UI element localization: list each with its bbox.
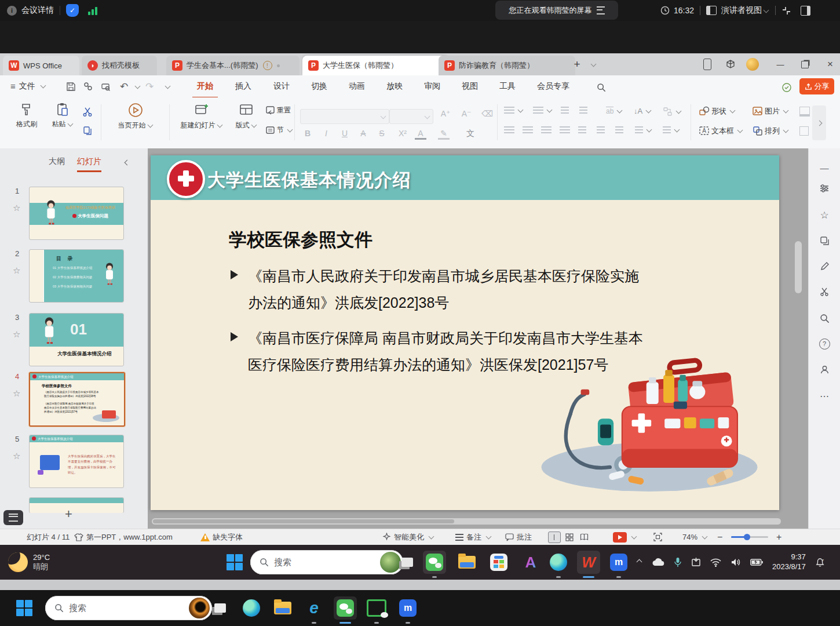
notification-bell-icon[interactable]: z [815, 558, 825, 567]
menu-member[interactable]: 会员专享 [532, 75, 574, 97]
textbox-button[interactable]: A 文本框 [699, 125, 743, 136]
font-size-combobox[interactable] [389, 109, 433, 124]
undo-icon[interactable]: ↶ [117, 79, 131, 93]
reading-view-button[interactable] [578, 532, 590, 543]
edge-browser-icon[interactable] [547, 551, 570, 574]
thumbnail-3[interactable]: 01 大学生医保基本情况介绍 [29, 313, 124, 366]
star-tool-icon[interactable]: ☆ [817, 208, 832, 223]
new-tab-button[interactable]: + [569, 57, 585, 72]
fit-slide-button[interactable] [653, 529, 662, 545]
app-a-icon[interactable]: A [519, 551, 542, 574]
zoom-out-button[interactable]: − [717, 529, 722, 545]
side-panel-icon[interactable] [801, 6, 810, 16]
star-icon[interactable]: ☆ [13, 388, 20, 399]
slideshow-button[interactable] [613, 529, 637, 545]
restore-window-button[interactable] [797, 57, 812, 72]
thumbnail-5[interactable]: 大学生医保基本情况介绍 大学生医保由购买设置后，大学生不需要支付费用，由学校统一… [29, 435, 124, 488]
task-view-button[interactable] [209, 596, 232, 620]
menu-insert[interactable]: 插入 [231, 75, 256, 97]
search-highlight-image[interactable] [189, 598, 210, 618]
star-icon[interactable]: ☆ [13, 329, 20, 340]
taskbar-search[interactable]: 搜索 [45, 596, 212, 620]
eye-protect-icon[interactable] [780, 81, 794, 94]
menu-slideshow[interactable]: 放映 [382, 75, 407, 97]
star-icon[interactable]: ☆ [13, 451, 20, 461]
layout-button[interactable]: 版式 [231, 102, 262, 130]
star-icon[interactable]: ☆ [13, 265, 20, 276]
normal-view-button[interactable] [548, 532, 561, 543]
exit-fullscreen-icon[interactable] [781, 6, 791, 16]
search-icon[interactable] [594, 81, 608, 94]
speaker-icon[interactable] [731, 558, 741, 567]
collapse-pane-icon[interactable]: — [817, 160, 832, 175]
font-name-combobox[interactable] [300, 109, 389, 124]
file-menu[interactable]: ≡ 文件 [6, 75, 51, 97]
missing-font-warning[interactable]: 缺失字体 [200, 529, 243, 545]
smart-beautify-button[interactable]: 智能美化 [382, 529, 434, 545]
play-from-page-button[interactable]: 当页开始 [110, 102, 161, 130]
file-explorer-icon[interactable] [271, 596, 294, 620]
zoom-level[interactable]: 74% [682, 529, 708, 545]
find-doc-icon[interactable] [817, 311, 832, 326]
3d-cube-icon[interactable] [723, 57, 738, 72]
ribbon-expand-button[interactable] [812, 105, 826, 140]
wps-home-tab[interactable]: W WPS Office [3, 56, 79, 75]
thumbnail-4-selected[interactable]: 大学生医保基本情况介绍 学校医保参照文件 《南昌市人民政府关于印发南昌市城乡居民… [29, 372, 125, 427]
add-slide-button[interactable]: + [65, 507, 72, 522]
pen-icon[interactable] [817, 259, 832, 274]
start-button[interactable] [223, 551, 246, 574]
layers-icon[interactable] [817, 233, 832, 248]
taskbar-search[interactable]: 搜索 [250, 550, 403, 574]
format-painter-button[interactable]: 格式刷 [9, 102, 44, 129]
save-icon[interactable] [64, 79, 78, 93]
file-explorer-icon[interactable] [455, 551, 479, 574]
edge-browser-icon[interactable] [240, 596, 263, 620]
vertical-scrollbar-thumb[interactable] [795, 241, 802, 293]
ie-browser-icon[interactable]: e [302, 596, 326, 620]
properties-icon[interactable] [817, 181, 832, 196]
template-credit[interactable]: 第一PPT，www.1ppt.com [74, 529, 173, 545]
reset-button[interactable]: 重置 [265, 105, 291, 115]
cast-icon[interactable] [691, 558, 701, 567]
star-icon[interactable]: ☆ [13, 203, 20, 213]
thumbnail-2[interactable]: 目 录 01 大学生医保基本情况介绍 02 大学生医保缴费相关问题 03 大学生… [29, 249, 124, 303]
meeting-app-icon[interactable]: m [607, 551, 630, 574]
paste-button[interactable]: 粘贴 [46, 102, 79, 129]
tray-clock[interactable]: 9:372023/8/17 [772, 552, 806, 572]
notes-button[interactable]: 备注 [455, 529, 492, 545]
wifi-icon[interactable] [710, 558, 721, 567]
copy-button[interactable] [82, 125, 93, 136]
menu-review[interactable]: 审阅 [419, 75, 445, 97]
new-slide-button[interactable]: 新建幻灯片 [175, 102, 228, 130]
tab-list-chevron[interactable] [585, 57, 600, 72]
slide-sorter-toggle-button[interactable] [3, 510, 23, 525]
security-shield-icon[interactable]: ✓ [66, 4, 79, 17]
meeting-details-button[interactable]: 会议详情 [21, 5, 54, 16]
battery-icon[interactable] [750, 559, 763, 566]
print-preview-icon[interactable] [98, 79, 112, 93]
ms-store-icon[interactable] [487, 551, 510, 574]
microphone-icon[interactable] [674, 557, 682, 567]
more-tools-icon[interactable]: ⋯ [817, 388, 832, 403]
tab-outline[interactable]: 大纲 [49, 156, 65, 167]
menu-tools[interactable]: 工具 [495, 75, 520, 97]
arrange-button[interactable]: 排列 [752, 125, 789, 136]
help-icon[interactable]: ? [817, 336, 832, 351]
screen-share-app-icon[interactable] [365, 596, 388, 620]
share-button[interactable]: 分享 [799, 78, 834, 94]
horizontal-scrollbar[interactable] [152, 518, 781, 525]
slide-canvas[interactable]: 大学生医保基本情况介绍 学校医保参照文件 《南昌市人民政府关于印发南昌市城乡居民… [151, 155, 779, 510]
meeting-app-icon[interactable]: m [396, 596, 419, 620]
avatar[interactable] [745, 57, 760, 72]
watching-screen-toast[interactable]: 您正在观看韩雨莹的屏幕 [495, 1, 618, 20]
tab-doc1[interactable]: P 学生会基本...(韩雨莹) ! [166, 56, 300, 75]
comments-button[interactable]: 批注 [505, 529, 532, 545]
cutout-icon[interactable] [817, 284, 832, 299]
thumbnail-6-partial[interactable] [29, 497, 124, 513]
minimize-window-button[interactable]: — [773, 57, 788, 72]
menu-transition[interactable]: 切换 [306, 75, 332, 97]
tab-doc3[interactable]: P 防诈骗教育（韩雨莹） [439, 56, 575, 75]
tray-expand-icon[interactable] [637, 559, 642, 565]
tab-docer[interactable]: ◗ 找稻壳模板 [82, 56, 157, 75]
slide-sorter-view-button[interactable] [564, 532, 575, 543]
